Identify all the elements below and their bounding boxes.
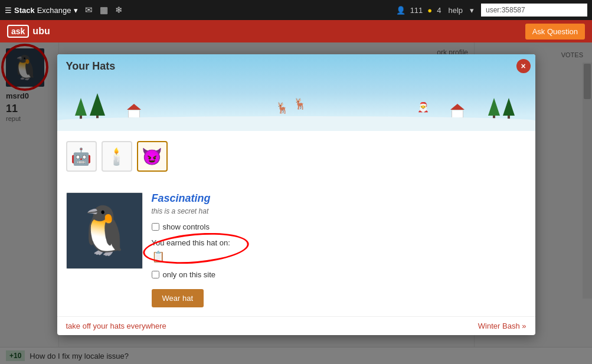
ask-question-button[interactable]: Ask Question [525,24,585,40]
modal-overlay[interactable]: Your Hats × [0,42,592,364]
tree-3 [488,98,500,119]
site-logo[interactable]: ask ubu [7,25,50,38]
take-off-hats-link[interactable]: take off your hats everywhere [66,322,166,330]
site-brand[interactable]: ☰ StackExchange ▾ [5,6,78,15]
badge-count: 4 [437,6,441,15]
santa-icon: 🎅 [417,101,429,113]
tree-4 [503,98,515,119]
gold-badge: ● [427,6,432,15]
earned-source-icon: 📋 [152,251,165,263]
show-controls-checkbox[interactable] [152,223,159,231]
top-navigation: ☰ StackExchange ▾ ✉ ▦ ❄ 👤 111 ● 4 help ▾ [0,0,592,20]
brand-exchange: Exchange [37,6,71,15]
modal-footer: take off your hats everywhere Winter Bas… [57,316,535,335]
user-icon: 👤 [396,6,405,15]
hat-item-1[interactable]: 🤖 [66,141,97,172]
hat-item-2[interactable]: 🕯️ [102,141,132,172]
earned-label: You earned this hat on: [152,238,526,247]
show-controls-label[interactable]: show controls [163,222,210,231]
reindeer2-icon: 🦌 [293,97,306,110]
tree-1 [75,98,87,119]
wear-hat-button[interactable]: Wear hat [152,289,204,307]
snow-ground [57,116,535,131]
only-on-site-checkbox[interactable] [152,271,159,278]
house-1 [128,104,141,118]
inbox-icon[interactable]: ✉ [85,5,93,15]
your-hats-modal: Your Hats × [57,54,535,335]
only-on-site-label[interactable]: only on this site [163,270,216,279]
house-2 [452,104,465,118]
page-body: 🐧 msrd0 11 reput ork profile 1 Answer 1 … [0,42,592,364]
hat-selector: 🤖 🕯️ 😈 [66,138,526,175]
brand-stack: Stack [14,6,35,15]
hamburger-icon[interactable]: ☰ [5,6,12,15]
modal-body: 🐧 Fascinating this is a secret hat show … [57,183,535,316]
modal-title: Your Hats [66,60,116,73]
reputation-badges: 👤 111 ● 4 [396,6,441,15]
tree-2 [90,93,105,119]
winter-bash-link[interactable]: Winter Bash » [478,322,526,330]
snowflake-icon[interactable]: ❄ [115,5,123,15]
winter-scene: 🦌 🦌 🎅 [57,90,535,131]
ask-badge: ask [7,25,29,38]
only-on-site-row: only on this site [152,270,526,279]
help-link[interactable]: help [448,6,463,15]
site-bar: ask ubu Ask Question [0,20,592,42]
hat-avatar-preview: 🐧 [66,192,143,269]
hat-selector-area: 🤖 🕯️ 😈 [57,131,535,175]
hat-secret-label: this is a secret hat [152,207,526,215]
hat-item-3[interactable]: 😈 [137,141,168,172]
rep-count: 111 [410,6,423,15]
hat-name: Fascinating [152,192,526,205]
site-name: ubu [32,26,50,37]
reindeer-icon: 🦌 [276,101,289,114]
modal-close-button[interactable]: × [516,59,531,73]
hat-details: Fascinating this is a secret hat show co… [152,192,526,307]
show-controls-row: show controls [152,222,526,231]
achievements-icon[interactable]: ▦ [100,5,108,15]
earned-section: You earned this hat on: 📋 [152,238,526,263]
search-input[interactable] [481,4,587,17]
help-chevron-icon[interactable]: ▾ [470,6,474,15]
modal-header: Your Hats × [57,54,535,131]
brand-chevron-icon[interactable]: ▾ [74,6,78,15]
